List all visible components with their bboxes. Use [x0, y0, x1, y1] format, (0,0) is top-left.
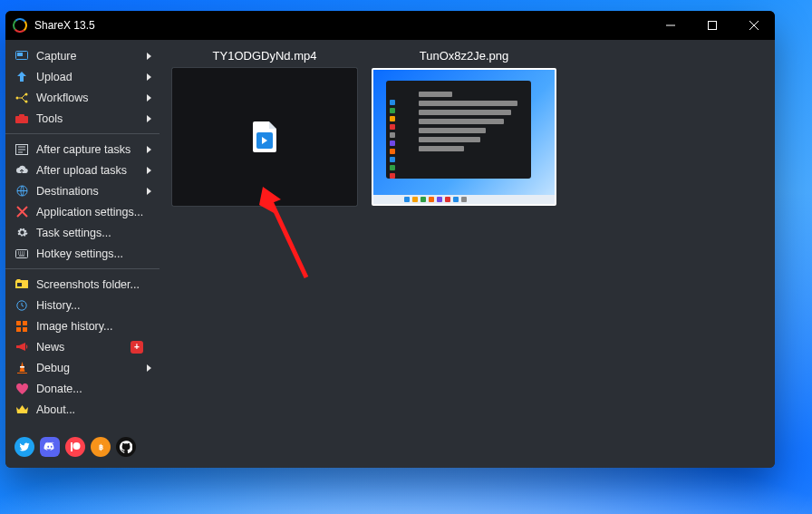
svg-rect-21 [20, 366, 24, 368]
sidebar-item-label: Upload [36, 71, 143, 83]
submenu-caret-icon [147, 364, 152, 372]
submenu-caret-icon [147, 188, 152, 195]
svg-point-7 [16, 96, 19, 99]
svg-point-23 [73, 442, 81, 450]
svg-rect-11 [19, 114, 24, 117]
list-check-icon [14, 142, 29, 157]
sidebar-item-label: Image history... [36, 320, 152, 333]
window-maximize-button[interactable] [691, 11, 733, 40]
sidebar-item-capture[interactable]: Capture [5, 45, 160, 66]
sharex-window: ShareX 13.5 CaptureUploadWorkflowsToolsA… [5, 11, 775, 468]
grid-icon [14, 319, 29, 334]
sidebar-item-screenshots-folder[interactable]: Screenshots folder... [5, 274, 160, 295]
sidebar-item-label: Destinations [36, 185, 143, 198]
svg-rect-19 [16, 327, 21, 332]
submenu-caret-icon [147, 115, 152, 122]
sidebar-item-after-capture[interactable]: After capture tasks [5, 139, 160, 160]
task-thumbnail[interactable]: TY1ODGDyNd.mp4 [172, 49, 357, 206]
submenu-caret-icon [147, 94, 152, 102]
submenu-caret-icon [147, 146, 152, 153]
patreon-icon[interactable] [65, 437, 85, 457]
gear-icon [14, 226, 29, 240]
sidebar-item-upload[interactable]: Upload [5, 66, 160, 87]
menu-separator [5, 133, 160, 134]
submenu-caret-icon [147, 53, 152, 60]
sidebar-item-label: History... [36, 299, 152, 312]
twitter-icon[interactable] [14, 437, 34, 457]
video-file-icon [253, 121, 276, 152]
sidebar-item-label: Workflows [36, 92, 143, 104]
sidebar-item-label: After capture tasks [36, 143, 143, 156]
sidebar-item-hotkeys[interactable]: Hotkey settings... [5, 243, 160, 264]
sidebar-item-label: Donate... [36, 383, 152, 395]
sidebar-item-news[interactable]: News+ [5, 336, 160, 357]
svg-rect-4 [709, 22, 717, 30]
heart-icon [14, 382, 29, 396]
traffic-cone-icon [14, 361, 29, 375]
github-icon[interactable] [116, 437, 136, 457]
menu-separator [5, 268, 160, 269]
social-links-row: ฿ [5, 428, 160, 468]
submenu-caret-icon [147, 73, 152, 81]
window-minimize-button[interactable] [650, 11, 691, 40]
window-title: ShareX 13.5 [34, 19, 95, 32]
news-badge: + [130, 341, 143, 354]
crossed-tools-icon [14, 205, 29, 219]
sidebar: CaptureUploadWorkflowsToolsAfter capture… [5, 40, 160, 468]
svg-rect-22 [71, 442, 72, 451]
sidebar-item-label: Application settings... [36, 206, 152, 218]
sidebar-item-label: Tools [36, 112, 143, 125]
svg-rect-15 [17, 283, 22, 286]
sidebar-item-image-history[interactable]: Image history... [5, 315, 160, 336]
screen-select-icon [14, 49, 29, 63]
file-name-label: TY1ODGDyNd.mp4 [213, 49, 317, 63]
globe-pin-icon [14, 184, 29, 199]
titlebar[interactable]: ShareX 13.5 [5, 11, 775, 40]
window-close-button[interactable] [733, 11, 775, 40]
bitcoin-icon[interactable]: ฿ [91, 437, 111, 457]
crown-icon [14, 402, 29, 417]
cloud-up-icon [14, 163, 29, 178]
sidebar-item-after-upload[interactable]: After upload tasks [5, 160, 160, 180]
sidebar-item-debug[interactable]: Debug [5, 357, 160, 378]
sidebar-item-about[interactable]: About... [5, 399, 160, 420]
svg-rect-18 [23, 321, 27, 325]
toolbox-icon [14, 112, 29, 126]
sidebar-item-label: About... [36, 403, 152, 416]
keyboard-icon [14, 247, 29, 261]
sidebar-item-history[interactable]: History... [5, 295, 160, 315]
clock-icon [14, 298, 29, 313]
sidebar-item-tools[interactable]: Tools [5, 108, 160, 129]
sidebar-item-destinations[interactable]: Destinations [5, 180, 160, 201]
megaphone-icon [14, 340, 29, 354]
svg-rect-17 [16, 321, 21, 325]
svg-rect-20 [23, 327, 27, 332]
sidebar-item-label: Task settings... [36, 227, 152, 239]
sidebar-item-label: Hotkey settings... [36, 247, 152, 260]
submenu-caret-icon [147, 167, 152, 174]
sidebar-item-task-settings[interactable]: Task settings... [5, 222, 160, 243]
svg-line-26 [268, 196, 306, 277]
svg-rect-10 [15, 116, 28, 123]
file-name-label: TunOx8z2Je.png [420, 49, 509, 63]
svg-rect-6 [17, 53, 23, 56]
screenshot-preview [373, 70, 555, 204]
thumbnail-screenshot[interactable] [372, 68, 556, 206]
task-list[interactable]: TY1ODGDyNd.mp4 TunOx8z2Je.png [160, 40, 775, 468]
sidebar-item-workflows[interactable]: Workflows [5, 87, 160, 108]
sidebar-item-label: Debug [36, 362, 143, 374]
sidebar-item-donate[interactable]: Donate... [5, 378, 160, 399]
sidebar-item-label: Screenshots folder... [36, 278, 152, 291]
thumbnail-video[interactable] [172, 68, 357, 206]
discord-icon[interactable] [40, 437, 60, 457]
upload-arrow-icon [14, 70, 29, 84]
sidebar-item-label: News [36, 341, 130, 354]
branch-icon [14, 91, 29, 105]
sidebar-item-app-settings[interactable]: Application settings... [5, 201, 160, 222]
svg-text:฿: ฿ [99, 443, 103, 451]
sidebar-item-label: After upload tasks [36, 164, 143, 177]
sharex-logo-icon [13, 18, 27, 33]
sidebar-item-label: Capture [36, 50, 143, 63]
task-thumbnail[interactable]: TunOx8z2Je.png [372, 49, 556, 206]
folder-image-icon [14, 277, 29, 292]
